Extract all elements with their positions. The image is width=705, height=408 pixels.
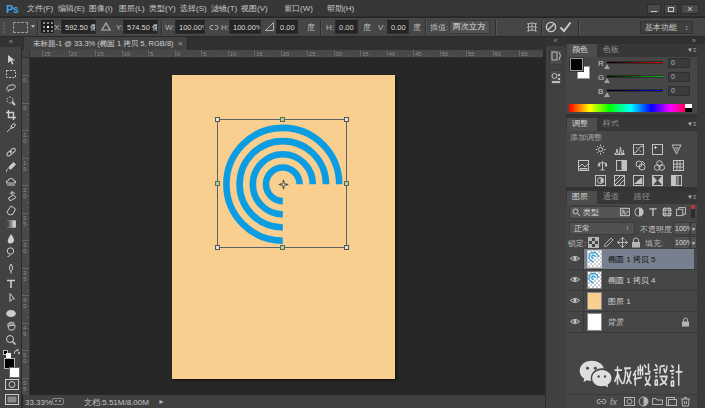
svg-text:fx: fx [610,397,618,407]
